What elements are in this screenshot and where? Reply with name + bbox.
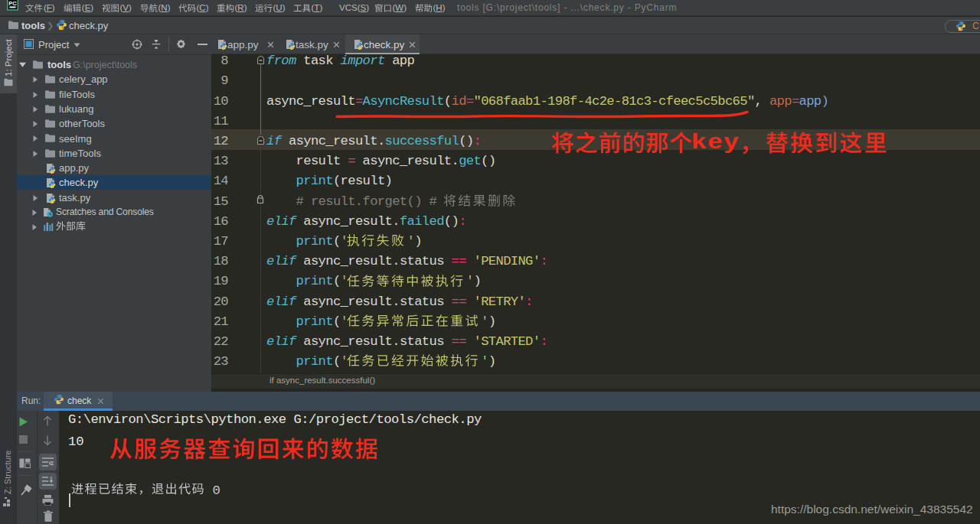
svg-text:PC: PC bbox=[8, 0, 17, 7]
svg-text:1: Project: 1: Project bbox=[4, 39, 13, 76]
svg-text:Z: Structure: Z: Structure bbox=[3, 451, 12, 494]
